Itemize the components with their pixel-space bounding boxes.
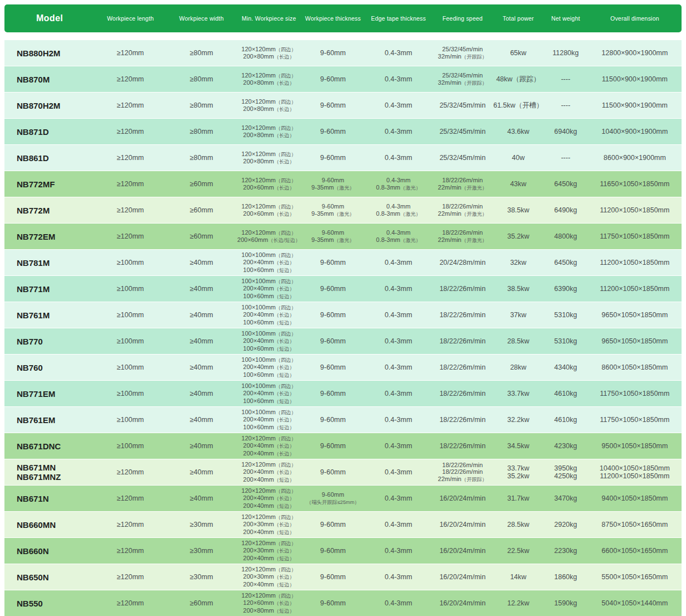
edge-tape-thickness-cell: 0.4-3mm bbox=[365, 390, 432, 398]
workpiece-width-cell: ≥80mm bbox=[166, 154, 237, 162]
overall-dimension-cell: 11750×1050×1850mm bbox=[588, 416, 682, 424]
min-workpiece-size-cell: 100×100mm（四边）200×40mm（长边）100×60mm（短边） bbox=[237, 304, 301, 327]
workpiece-width-cell: ≥60mm bbox=[166, 206, 237, 215]
workpiece-width-cell: ≥80mm bbox=[166, 128, 237, 136]
overall-dimension-cell: 6600×1050×1650mm bbox=[588, 547, 682, 555]
overall-dimension-cell: 11750×1050×1850mm bbox=[588, 232, 682, 241]
net-weight-cell: ---- bbox=[543, 75, 588, 84]
model-cell: NB671DNC bbox=[4, 442, 95, 450]
min-workpiece-size-cell: 120×120mm（四边）200×60mm（长边/短边） bbox=[237, 229, 301, 244]
model-cell: NB871D bbox=[4, 128, 95, 136]
total-power-cell: 28.5kw bbox=[493, 521, 543, 529]
feeding-speed-cell: 18/22/26m/min bbox=[432, 337, 493, 346]
model-cell: NB861D bbox=[4, 154, 95, 162]
min-workpiece-size-cell: 100×100mm（四边）200×40mm（长边）100×60mm（短边） bbox=[237, 251, 301, 274]
edge-tape-thickness-cell: 0.4-3mm bbox=[365, 547, 432, 555]
total-power-cell: 14kw bbox=[493, 573, 543, 581]
edge-tape-thickness-cell: 0.4-3mm bbox=[365, 128, 432, 136]
workpiece-length-cell: ≥120mm bbox=[95, 101, 166, 110]
net-weight-cell: 4610kg bbox=[543, 416, 588, 424]
workpiece-length-cell: ≥120mm bbox=[95, 521, 166, 529]
workpiece-length-cell: ≥100mm bbox=[95, 311, 166, 319]
overall-dimension-cell: 8600×900×1900mm bbox=[588, 154, 682, 162]
table-row: NB671DNC ≥100mm ≥40mm 120×120mm（四边）200×4… bbox=[4, 433, 682, 459]
workpiece-thickness-cell: 9-60mm9-35mm（激光） bbox=[301, 203, 365, 217]
min-workpiece-size-cell: 120×120mm（四边）200×40mm（长边）200×40mm（短边） bbox=[237, 461, 301, 484]
workpiece-width-cell: ≥30mm bbox=[166, 547, 237, 555]
edge-tape-thickness-cell: 0.4-3mm bbox=[365, 337, 432, 346]
model-cell: NB671MNNB671MNZ bbox=[4, 463, 95, 482]
workpiece-width-cell: ≥60mm bbox=[166, 232, 237, 241]
table-row: NB761M ≥100mm ≥40mm 100×100mm（四边）200×40m… bbox=[4, 302, 682, 328]
net-weight-cell: 1590kg bbox=[543, 599, 588, 608]
workpiece-width-cell: ≥80mm bbox=[166, 49, 237, 57]
table-row: NB550 ≥120mm ≥60mm 120×120mm（四边）120×60mm… bbox=[4, 590, 682, 616]
overall-dimension-cell: 11750×1050×1850mm bbox=[588, 390, 682, 398]
workpiece-width-cell: ≥60mm bbox=[166, 180, 237, 188]
edge-tape-thickness-cell: 0.4-3mm bbox=[365, 49, 432, 57]
min-workpiece-size-cell: 120×120mm（四边）200×80mm（长边） bbox=[237, 98, 301, 113]
model-cell: NB781M bbox=[4, 259, 95, 267]
workpiece-thickness-cell: 9-60mm bbox=[301, 101, 365, 110]
table-row: NB781M ≥100mm ≥40mm 100×100mm（四边）200×40m… bbox=[4, 250, 682, 275]
net-weight-cell: 6940kg bbox=[543, 128, 588, 136]
total-power-cell: 43.6kw bbox=[493, 128, 543, 136]
total-power-cell: 40w bbox=[493, 154, 543, 162]
workpiece-width-cell: ≥40mm bbox=[166, 363, 237, 372]
total-power-cell: 35.2kw bbox=[493, 232, 543, 241]
workpiece-thickness-cell: 9-60mm bbox=[301, 49, 365, 57]
workpiece-thickness-cell: 9-60mm（端头开跟踪≤25mm） bbox=[301, 491, 365, 506]
overall-dimension-cell: 10400×1050×1850mm11200×1050×1850mm bbox=[588, 464, 682, 481]
workpiece-thickness-cell: 9-60mm bbox=[301, 390, 365, 398]
workpiece-width-cell: ≥80mm bbox=[166, 75, 237, 84]
column-header-workpiece-length: Workpiece length bbox=[95, 15, 166, 22]
edge-tape-thickness-cell: 0.4-3mm0.8-3mm（激光） bbox=[365, 229, 432, 244]
net-weight-cell: 6450kg bbox=[543, 259, 588, 267]
workpiece-length-cell: ≥120mm bbox=[95, 49, 166, 57]
overall-dimension-cell: 5040×1050×1440mm bbox=[588, 599, 682, 608]
edge-tape-thickness-cell: 0.4-3mm bbox=[365, 573, 432, 581]
workpiece-length-cell: ≥120mm bbox=[95, 599, 166, 608]
feeding-speed-cell: 18/22/26m/min bbox=[432, 311, 493, 319]
net-weight-cell: 2920kg bbox=[543, 521, 588, 529]
total-power-cell: 33.7kw bbox=[493, 390, 543, 398]
edge-tape-thickness-cell: 0.4-3mm bbox=[365, 101, 432, 110]
workpiece-thickness-cell: 9-60mm bbox=[301, 75, 365, 84]
workpiece-length-cell: ≥100mm bbox=[95, 390, 166, 398]
workpiece-thickness-cell: 9-60mm bbox=[301, 547, 365, 555]
column-header-edge-tape-thickness: Edge tape thickness bbox=[365, 15, 432, 22]
workpiece-thickness-cell: 9-60mm bbox=[301, 259, 365, 267]
overall-dimension-cell: 9650×1050×1850mm bbox=[588, 337, 682, 346]
table-row: NB760 ≥100mm ≥40mm 100×100mm（四边）200×40mm… bbox=[4, 355, 682, 380]
workpiece-thickness-cell: 9-60mm9-35mm（激光） bbox=[301, 177, 365, 191]
feeding-speed-cell: 16/20/24m/min bbox=[432, 521, 493, 529]
total-power-cell: 38.5kw bbox=[493, 285, 543, 293]
overall-dimension-cell: 11500×900×1900mm bbox=[588, 75, 682, 84]
edge-tape-thickness-cell: 0.4-3mm bbox=[365, 599, 432, 608]
total-power-cell: 34.5kw bbox=[493, 442, 543, 450]
table-header: Model Workpiece length Workpiece width M… bbox=[4, 4, 682, 32]
workpiece-length-cell: ≥120mm bbox=[95, 573, 166, 581]
workpiece-length-cell: ≥100mm bbox=[95, 416, 166, 424]
total-power-cell: 33.7kw35.2kw bbox=[493, 464, 543, 481]
workpiece-thickness-cell: 9-60mm9-35mm（激光） bbox=[301, 229, 365, 244]
model-cell: NB761EM bbox=[4, 416, 95, 424]
workpiece-thickness-cell: 9-60mm bbox=[301, 573, 365, 581]
table-row: NB772M ≥120mm ≥60mm 120×120mm（四边）200×60m… bbox=[4, 197, 682, 223]
min-workpiece-size-cell: 120×120mm（四边）120×60mm（长边）200×80mm（短边） bbox=[237, 592, 301, 615]
workpiece-thickness-cell: 9-60mm bbox=[301, 416, 365, 424]
net-weight-cell: 5310kg bbox=[543, 311, 588, 319]
total-power-cell: 48kw（跟踪） bbox=[493, 75, 543, 84]
workpiece-thickness-cell: 9-60mm bbox=[301, 468, 365, 477]
workpiece-width-cell: ≥40mm bbox=[166, 416, 237, 424]
table-row: NB880H2M ≥120mm ≥80mm 120×120mm（四边）200×8… bbox=[4, 40, 682, 66]
table-row: NB871D ≥120mm ≥80mm 120×120mm（四边）200×80m… bbox=[4, 119, 682, 144]
workpiece-length-cell: ≥120mm bbox=[95, 154, 166, 162]
feeding-speed-cell: 16/20/24m/min bbox=[432, 573, 493, 581]
total-power-cell: 28.5kw bbox=[493, 337, 543, 346]
edge-tape-thickness-cell: 0.4-3mm bbox=[365, 311, 432, 319]
min-workpiece-size-cell: 100×100mm（四边）200×40mm（长边）100×60mm（短边） bbox=[237, 409, 301, 431]
table-body: NB880H2M ≥120mm ≥80mm 120×120mm（四边）200×8… bbox=[4, 40, 682, 616]
overall-dimension-cell: 11200×1050×1850mm bbox=[588, 206, 682, 215]
edge-tape-thickness-cell: 0.4-3mm bbox=[365, 285, 432, 293]
